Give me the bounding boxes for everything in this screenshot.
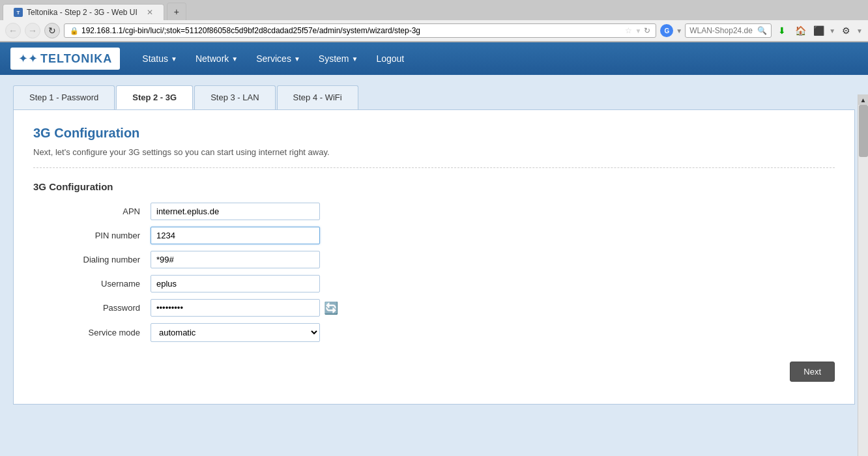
service-mode-select[interactable]: automatic 3G only 2G only: [151, 323, 320, 342]
page-wrapper: T Teltonika - Step 2 - 3G - Web UI ✕ + ←…: [0, 0, 868, 456]
reload-button[interactable]: ↻: [44, 23, 60, 38]
nav-network-label: Network: [195, 53, 229, 64]
apn-input[interactable]: [151, 203, 320, 220]
url-input[interactable]: [81, 26, 622, 35]
download-icon[interactable]: ⬇: [774, 23, 790, 38]
dropdown-arrow[interactable]: ▼: [676, 27, 682, 35]
tab-favicon: T: [14, 8, 23, 17]
tab-title: Teltonika - Step 2 - 3G - Web UI: [27, 8, 137, 17]
tab-close-icon[interactable]: ✕: [147, 8, 153, 17]
google-icon: G: [660, 24, 673, 37]
section-title: 3G Configuration: [33, 181, 835, 192]
apn-label: APN: [46, 207, 151, 216]
nav-item-logout[interactable]: Logout: [367, 42, 413, 75]
page-title: 3G Configuration: [33, 126, 835, 141]
nav-logout-label: Logout: [376, 53, 404, 64]
browser-scrollbar[interactable]: ▲ ▼: [858, 94, 868, 456]
password-field-group: 🔄: [151, 299, 338, 317]
dialing-input[interactable]: [151, 251, 320, 268]
dialing-label: Dialing number: [46, 255, 151, 264]
tab-step4[interactable]: Step 4 - WiFi: [277, 85, 358, 109]
username-label: Username: [46, 279, 151, 289]
search-input[interactable]: [689, 26, 755, 35]
form-table: APN PIN number Dialing number: [46, 203, 835, 342]
bookmarks-icon[interactable]: ⬛: [811, 23, 826, 38]
back-button[interactable]: ←: [5, 23, 21, 38]
search-icon[interactable]: 🔍: [757, 26, 767, 35]
tab-bar: T Teltonika - Step 2 - 3G - Web UI ✕ +: [0, 0, 868, 20]
nav-system-arrow: ▼: [352, 55, 358, 63]
service-mode-label: Service mode: [46, 328, 151, 337]
new-tab-button[interactable]: +: [167, 3, 186, 20]
logo-text: TELTONIKA: [40, 52, 112, 66]
bookmark-down-icon[interactable]: ▼: [635, 27, 641, 35]
nav-links: Status ▼ Network ▼ Services ▼ System ▼ L…: [133, 42, 413, 75]
scrollbar-up-button[interactable]: ▲: [858, 94, 868, 105]
bookmark-icon[interactable]: ☆: [625, 26, 632, 35]
logo[interactable]: ✦✦ TELTONIKA: [10, 48, 120, 70]
main-content: Step 1 - Password Step 2 - 3G Step 3 - L…: [0, 75, 868, 446]
settings-arrow[interactable]: ▼: [856, 27, 863, 35]
nav-network-arrow: ▼: [231, 55, 238, 63]
dialing-row: Dialing number: [46, 251, 835, 268]
browser-toolbar: ← → ↻ 🔒 ☆ ▼ ↻ G ▼ 🔍 ⬇ 🏠 ⬛ ▼: [0, 20, 868, 42]
toolbar-right: G ▼ 🔍 ⬇ 🏠 ⬛ ▼ ⚙ ▼: [660, 23, 863, 38]
footer: Teltonika solutions: www.teltonika.lt: [0, 446, 868, 456]
browser-chrome: T Teltonika - Step 2 - 3G - Web UI ✕ + ←…: [0, 0, 868, 42]
forward-button[interactable]: →: [25, 23, 40, 38]
nav-item-system[interactable]: System ▼: [310, 42, 368, 75]
next-button[interactable]: Next: [790, 362, 835, 382]
nav-item-services[interactable]: Services ▼: [247, 42, 310, 75]
tab-step2[interactable]: Step 2 - 3G: [116, 85, 193, 109]
page-subtitle: Next, let's configure your 3G settings s…: [33, 147, 835, 168]
nav-item-status[interactable]: Status ▼: [133, 42, 186, 75]
toggle-password-icon[interactable]: 🔄: [324, 301, 338, 315]
home-icon[interactable]: 🏠: [792, 23, 808, 38]
apn-row: APN: [46, 203, 835, 220]
username-input[interactable]: [151, 275, 320, 292]
tab-step1[interactable]: Step 1 - Password: [13, 85, 115, 109]
nav-services-arrow: ▼: [294, 55, 300, 63]
nav-system-label: System: [319, 53, 349, 64]
logo-icon: ✦✦: [18, 51, 38, 66]
nav-status-arrow: ▼: [171, 55, 177, 63]
address-bar: 🔒 ☆ ▼ ↻: [64, 23, 656, 38]
navbar-brand: ✦✦ TELTONIKA: [10, 48, 120, 70]
username-row: Username: [46, 275, 835, 292]
password-row: Password 🔄: [46, 299, 835, 317]
pin-label: PIN number: [46, 231, 151, 240]
password-input[interactable]: [151, 299, 320, 317]
wizard-tabs: Step 1 - Password Step 2 - 3G Step 3 - L…: [13, 85, 855, 109]
password-label: Password: [46, 303, 151, 313]
active-tab[interactable]: T Teltonika - Step 2 - 3G - Web UI ✕: [3, 4, 164, 20]
tab-step3[interactable]: Step 3 - LAN: [194, 85, 275, 109]
scrollbar-handle[interactable]: [859, 105, 868, 157]
navbar: ✦✦ TELTONIKA Status ▼ Network ▼ Services…: [0, 42, 868, 75]
security-icon: 🔒: [70, 27, 79, 35]
nav-item-network[interactable]: Network ▼: [186, 42, 247, 75]
nav-services-label: Services: [256, 53, 291, 64]
bookmarks-arrow[interactable]: ▼: [829, 27, 835, 35]
nav-status-label: Status: [142, 53, 168, 64]
settings-icon[interactable]: ⚙: [838, 23, 854, 38]
button-row: Next: [33, 355, 835, 388]
form-area: 3G Configuration Next, let's configure y…: [13, 109, 855, 405]
service-mode-row: Service mode automatic 3G only 2G only: [46, 323, 835, 342]
scrollbar-track: [858, 105, 868, 456]
pin-input[interactable]: [151, 227, 320, 244]
reload-small-icon[interactable]: ↻: [644, 26, 650, 35]
search-bar: 🔍: [685, 23, 772, 38]
pin-row: PIN number: [46, 227, 835, 244]
